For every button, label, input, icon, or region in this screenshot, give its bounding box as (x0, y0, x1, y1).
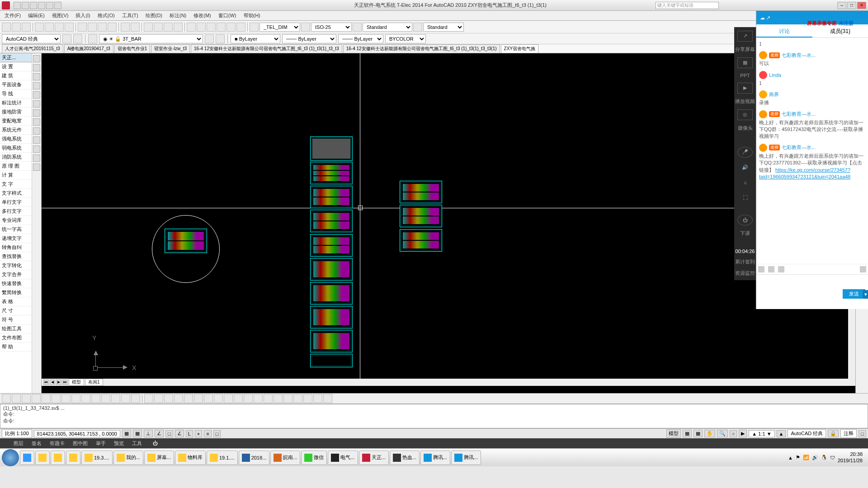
qat-open-icon[interactable] (22, 2, 29, 9)
annotation-field[interactable]: 注释 (840, 429, 857, 438)
snap-none-icon[interactable] (121, 394, 130, 403)
model-viewport[interactable]: YX ⏮ ◀ ▶ ⏭ 模型 布局1 (42, 53, 848, 386)
otrack-toggle[interactable]: ∠ (175, 430, 184, 437)
chat-tab-discuss[interactable]: 讨论 (756, 24, 812, 38)
undo-icon[interactable] (121, 23, 130, 32)
tool-item[interactable]: 表 格 (0, 297, 32, 306)
sheetset-icon[interactable] (217, 23, 226, 32)
3ddwf-icon[interactable] (65, 23, 74, 32)
textstyle-icon[interactable] (250, 23, 259, 32)
copy-icon[interactable] (88, 23, 97, 32)
ducs-toggle[interactable]: L (186, 430, 193, 437)
point-icon[interactable] (33, 145, 40, 153)
tray-clock[interactable]: 20:382019/11/28 (838, 451, 863, 463)
share-screen-button[interactable]: ↗ (737, 31, 753, 42)
snap-parallel-icon[interactable] (111, 394, 120, 403)
tray-network-icon[interactable]: 📶 (803, 455, 809, 460)
save-icon[interactable] (22, 23, 31, 32)
annoscale-field[interactable]: ▲ 1:1 ▼ (749, 430, 774, 437)
chat-messages[interactable]: 1 老师七彩教育—水... 可以 Linda 1 商界 录播 老师七彩教育—水.… (756, 38, 868, 264)
zoom-window-icon[interactable] (164, 23, 173, 32)
doc-tab[interactable]: 16-4 12安徽科士达新能源有限公司宿舍电气施工图_t6_t3 (1)_t3(… (191, 44, 342, 53)
layout-tab[interactable]: 布局1 (85, 379, 103, 386)
grid-toggle[interactable]: ▦ (133, 430, 142, 437)
tool-item[interactable]: 标注统计 (0, 99, 32, 108)
qat-new-icon[interactable] (14, 2, 21, 9)
matchprop-icon[interactable] (108, 23, 117, 32)
command-line[interactable]: (1)_t3(1)_1_33_7432.sv$ ... 命令: 命令: (0, 404, 868, 428)
taskbar-item[interactable]: 皖南... (270, 450, 300, 465)
snap-intersection-icon[interactable] (52, 394, 61, 403)
plot-icon[interactable] (35, 23, 44, 32)
zoom-prev-icon[interactable] (174, 23, 183, 32)
emoji-icon[interactable] (758, 266, 764, 272)
popout-icon[interactable]: ↗ (766, 15, 770, 21)
taskbar-ie-icon[interactable] (20, 450, 34, 465)
designcenter-icon[interactable] (197, 23, 206, 32)
speaker-icon[interactable]: 🔊 (737, 162, 753, 173)
gear-icon[interactable] (860, 266, 866, 272)
linetype-select[interactable]: ─── ByLayer (282, 34, 336, 43)
doc-tab[interactable]: A楼电施20190417_t3 (64, 44, 113, 53)
dim-jog-icon[interactable] (303, 394, 312, 403)
pan-icon[interactable] (144, 23, 153, 32)
play-video-button[interactable]: ▶ (737, 83, 753, 94)
plotstyle-select[interactable]: BYCOLOR (385, 34, 426, 43)
tool-item[interactable]: 弱电系统 (0, 144, 32, 153)
dim-space-icon[interactable] (293, 394, 302, 403)
tool-item[interactable]: 系统元件 (0, 126, 32, 135)
ppt-button[interactable]: ▦ (737, 57, 753, 68)
ortho-toggle[interactable]: ⊥ (144, 430, 153, 437)
dim-break-icon[interactable] (283, 394, 292, 403)
workspace-field[interactable]: AutoCAD 经典 (788, 429, 826, 438)
tray-up-icon[interactable]: ▲ (788, 455, 793, 460)
pan-status-icon[interactable]: ✋ (704, 430, 715, 437)
end-class-button[interactable]: ⏻ (737, 215, 753, 225)
lock-icon[interactable]: 🔒 (828, 430, 839, 437)
tool-item[interactable]: 转角自纠 (0, 243, 32, 252)
text-icon[interactable] (33, 118, 40, 126)
snap-midpoint-icon[interactable] (12, 394, 21, 403)
cleanscreen-icon[interactable]: □ (859, 430, 866, 437)
tg-raise[interactable]: 举手 (96, 440, 106, 447)
dim-angular-icon[interactable] (164, 394, 173, 403)
tab-next-icon[interactable]: ▶ (56, 380, 61, 385)
send-button[interactable]: 发送 (843, 289, 865, 299)
doc-tab-active[interactable]: ZXY宿舍电气施 (501, 44, 538, 53)
toolpalette-icon[interactable] (207, 23, 216, 32)
tool-item[interactable]: 文字样式 (0, 189, 32, 198)
tray-volume-icon[interactable]: 🔊 (812, 455, 818, 460)
dim-linear-icon[interactable] (144, 394, 153, 403)
tg-pip[interactable]: 图中图 (73, 440, 88, 447)
qat-undo-icon[interactable] (38, 2, 45, 9)
taskbar-item[interactable]: 2018... (239, 450, 270, 465)
help-search-input[interactable]: 键入关键字或短语 (656, 2, 719, 9)
osnap-toggle[interactable]: □ (165, 430, 173, 437)
tool-item[interactable]: 文 字 (0, 180, 32, 189)
model-tab[interactable]: 模型 (69, 379, 84, 386)
tool-item[interactable]: 文件布图 (0, 333, 32, 343)
color-select[interactable]: ■ ByLayer (231, 34, 280, 43)
publish-icon[interactable] (55, 23, 64, 32)
ellipse-icon[interactable] (33, 100, 40, 108)
dim-reassoc-icon[interactable] (323, 394, 332, 403)
tool-item[interactable]: 原 理 图 (0, 162, 32, 171)
tool-item[interactable]: 绘图工具 (0, 324, 32, 333)
calc-icon[interactable] (236, 23, 245, 32)
tablestyle-icon[interactable] (353, 23, 362, 32)
tray-qq-icon[interactable]: 🐧 (821, 455, 827, 460)
dim-tolerance-icon[interactable] (224, 394, 233, 403)
snap-quadrant-icon[interactable] (42, 394, 51, 403)
layer-select[interactable]: ◉ ☀ 🔓 3T_BAR (99, 34, 203, 43)
model-button[interactable]: 模型 (666, 429, 681, 438)
dim-style-icon[interactable] (264, 394, 273, 403)
quickview-icon[interactable]: ▦ (683, 430, 692, 437)
close-button[interactable]: × (857, 2, 866, 9)
snap-toggle[interactable]: ▦ (122, 430, 131, 437)
tool-item[interactable]: 设 置 (0, 62, 32, 71)
snap-nearest-icon[interactable] (101, 394, 110, 403)
paste-icon[interactable] (98, 23, 107, 32)
menu-draw[interactable]: 绘图(D) (142, 11, 166, 20)
scissors-icon[interactable] (768, 266, 774, 272)
taskbar-item[interactable]: 19.1.... (207, 450, 238, 465)
